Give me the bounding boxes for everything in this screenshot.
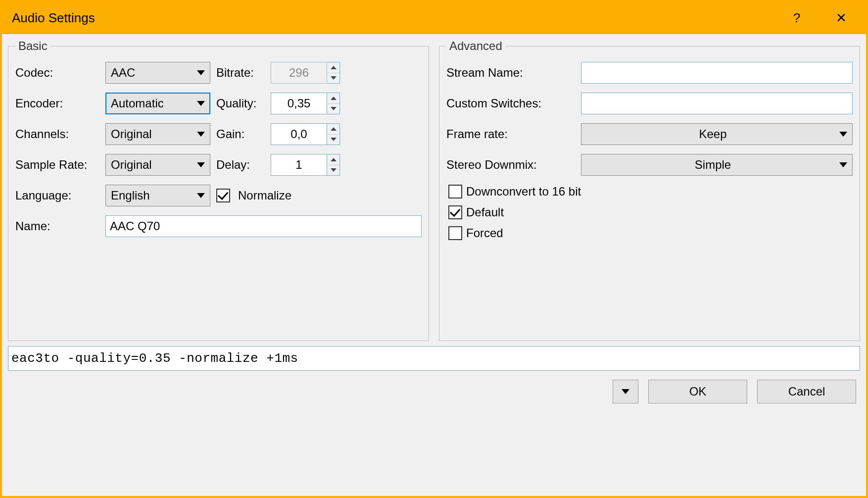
arrow-up-icon	[331, 97, 337, 100]
quality-spinner	[327, 93, 340, 114]
quality-input[interactable]: 0,35	[271, 93, 327, 114]
gain-label: Gain:	[216, 127, 266, 141]
arrow-up-icon	[331, 66, 337, 69]
custom-switches-input[interactable]	[581, 93, 853, 114]
framerate-label: Frame rate:	[446, 127, 575, 141]
basic-legend: Basic	[15, 39, 50, 53]
language-combo[interactable]: English	[105, 185, 210, 206]
stereo-downmix-label: Stereo Downmix:	[446, 158, 575, 172]
framerate-combo[interactable]: Keep	[581, 123, 853, 145]
default-label: Default	[466, 205, 504, 219]
samplerate-combo[interactable]: Original	[105, 154, 210, 176]
channels-combo[interactable]: Original	[105, 123, 210, 145]
language-value: English	[111, 189, 197, 202]
basic-group: Basic Codec: AAC Bitrate: 296 Encoder:	[8, 39, 429, 341]
gain-up-button[interactable]	[327, 124, 339, 135]
stream-name-label: Stream Name:	[446, 66, 575, 80]
downconvert-checkbox[interactable]	[448, 185, 462, 199]
bottom-bar: OK Cancel	[2, 371, 866, 412]
forced-checkbox[interactable]	[448, 226, 462, 240]
advanced-group: Advanced Stream Name: Custom Switches: F…	[439, 39, 860, 341]
encoder-value: Automatic	[111, 97, 197, 110]
codec-combo[interactable]: AAC	[105, 62, 210, 84]
chevron-down-icon	[197, 193, 205, 198]
quality-down-button[interactable]	[327, 104, 339, 114]
bitrate-spinner	[327, 62, 340, 84]
codec-value: AAC	[111, 66, 197, 80]
quality-label: Quality:	[216, 97, 266, 110]
codec-label: Codec:	[15, 66, 99, 80]
stereo-downmix-combo[interactable]: Simple	[581, 154, 853, 176]
bitrate-down-button[interactable]	[327, 73, 339, 84]
delay-spinner	[327, 154, 340, 176]
normalize-checkbox[interactable]	[216, 189, 230, 202]
chevron-down-icon	[197, 132, 205, 137]
chevron-down-icon	[839, 162, 847, 167]
gain-spinner	[327, 123, 340, 145]
chevron-down-icon	[839, 132, 847, 137]
bitrate-input: 296	[271, 62, 327, 84]
delay-label: Delay:	[216, 158, 266, 172]
default-checkbox[interactable]	[448, 205, 462, 219]
channels-label: Channels:	[15, 127, 99, 141]
advanced-legend: Advanced	[446, 39, 505, 53]
custom-switches-label: Custom Switches:	[446, 97, 575, 110]
bitrate-label: Bitrate:	[216, 66, 266, 80]
delay-input[interactable]: 1	[271, 154, 327, 176]
chevron-down-icon	[622, 389, 629, 394]
samplerate-value: Original	[111, 158, 197, 172]
arrow-down-icon	[331, 138, 337, 141]
chevron-down-icon	[197, 70, 205, 75]
normalize-label: Normalize	[238, 189, 291, 202]
stream-name-input[interactable]	[581, 62, 853, 84]
gain-input[interactable]: 0,0	[271, 123, 327, 145]
help-button[interactable]: ?	[782, 8, 812, 28]
gain-down-button[interactable]	[327, 135, 339, 145]
arrow-down-icon	[331, 107, 337, 110]
delay-up-button[interactable]	[327, 154, 339, 165]
forced-label: Forced	[466, 226, 503, 240]
arrow-up-icon	[331, 158, 337, 161]
chevron-down-icon	[197, 162, 205, 167]
channels-value: Original	[111, 127, 197, 141]
arrow-down-icon	[331, 168, 337, 172]
bitrate-up-button[interactable]	[327, 62, 339, 73]
arrow-down-icon	[331, 76, 337, 80]
name-input[interactable]: AAC Q70	[105, 215, 422, 237]
stereo-downmix-value: Simple	[586, 158, 839, 172]
samplerate-label: Sample Rate:	[15, 158, 99, 172]
language-label: Language:	[15, 189, 99, 202]
ok-button[interactable]: OK	[648, 380, 747, 403]
preset-menu-button[interactable]	[613, 380, 638, 403]
downconvert-label: Downconvert to 16 bit	[466, 185, 581, 199]
titlebar: Audio Settings ? ✕	[2, 2, 866, 34]
encoder-label: Encoder:	[15, 97, 99, 110]
delay-down-button[interactable]	[327, 165, 339, 176]
cancel-button[interactable]: Cancel	[757, 380, 856, 403]
window-title: Audio Settings	[12, 10, 95, 26]
command-line-output[interactable]: eac3to -quality=0.35 -normalize +1ms	[8, 346, 860, 371]
arrow-up-icon	[331, 127, 337, 131]
framerate-value: Keep	[586, 127, 839, 141]
chevron-down-icon	[197, 101, 205, 106]
quality-up-button[interactable]	[327, 93, 339, 104]
name-label: Name:	[15, 219, 99, 233]
close-button[interactable]: ✕	[826, 8, 856, 28]
encoder-combo[interactable]: Automatic	[105, 93, 210, 114]
